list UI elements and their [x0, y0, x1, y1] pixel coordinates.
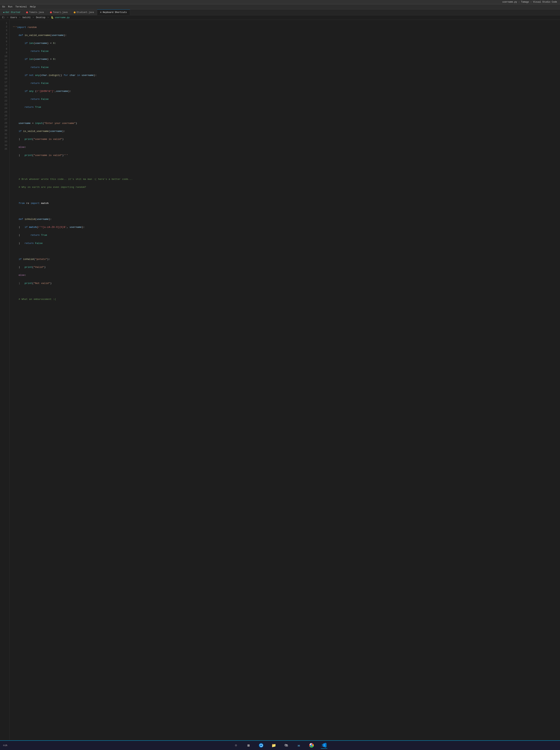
- taskbar-edge[interactable]: [258, 742, 264, 749]
- code-line-5: if len(username) > 6:: [13, 57, 560, 61]
- code-line-1: '''import random: [13, 25, 560, 29]
- code-line-20: # Bruh whoever wrote this code.. it's sh…: [13, 177, 560, 181]
- breadcrumb: C: > Users > batch1 > Desktop > 🐍 userna…: [0, 15, 560, 20]
- menu-bar: Go Run Terminal Help: [0, 4, 560, 9]
- code-line-21: # Why on earth are you even importing ra…: [13, 185, 560, 189]
- code-line-23: from re import match: [13, 201, 560, 205]
- code-line-17: | print("username is valid")''': [13, 153, 560, 157]
- error-dot-etudiant: [74, 12, 76, 13]
- code-line-4: return False: [13, 49, 560, 53]
- breadcrumb-c: C:: [2, 16, 5, 19]
- code-line-32: else:: [13, 273, 560, 277]
- code-line-8: return False: [13, 81, 560, 85]
- search-label: rch: [3, 744, 7, 747]
- menu-help[interactable]: Help: [30, 5, 36, 8]
- line-numbers: 12345 678910 1112131415 1617181920 21222…: [0, 20, 9, 741]
- search-area: rch: [3, 744, 7, 747]
- code-line-3: if len(username) < 6:: [13, 41, 560, 45]
- tab-get-started[interactable]: ◀ Get Started: [0, 9, 23, 15]
- code-line-18: [13, 161, 560, 165]
- breadcrumb-file: 🐍 username.py: [51, 16, 69, 19]
- code-line-26: | if match(r'^[a-zA-Z0-9]{6}$', username…: [13, 225, 560, 229]
- code-line-11: return True: [13, 105, 560, 109]
- breadcrumb-desktop: Desktop: [36, 16, 45, 19]
- code-line-7: if not any(char.isdigit() for char in us…: [13, 73, 560, 77]
- error-dot-tomato: [26, 12, 28, 13]
- taskbar: rch ○ ⊞ 📁 🛍 ✉: [0, 741, 560, 750]
- taskbar-store[interactable]: 🛍: [283, 742, 289, 749]
- tab-tonari-java[interactable]: Tonari.java: [47, 9, 71, 15]
- code-line-19: [13, 169, 560, 173]
- menu-terminal[interactable]: Terminal: [15, 5, 27, 8]
- code-line-6: return False: [13, 65, 560, 70]
- taskbar-taskview[interactable]: ⊞: [245, 742, 252, 749]
- code-line-33: | print("Not valid"): [13, 281, 560, 285]
- editor[interactable]: 12345 678910 1112131415 1617181920 21222…: [0, 20, 560, 741]
- code-line-16: else:: [13, 145, 560, 149]
- code-line-34: [13, 289, 560, 293]
- breadcrumb-batch1: batch1: [23, 16, 31, 19]
- tab-bar: ◀ Get Started Tomato.java Tonari.java Et…: [0, 9, 560, 15]
- taskbar-search[interactable]: ○: [233, 742, 239, 749]
- taskbar-chrome[interactable]: [308, 742, 315, 749]
- code-line-13: username = input("Enter your username"): [13, 121, 560, 125]
- tab-label-etudiant: Etudiant.java: [77, 11, 94, 14]
- taskbar-mail[interactable]: ✉: [296, 742, 302, 749]
- code-line-30: if isValid("potato"):: [13, 257, 560, 261]
- code-line-24: [13, 209, 560, 213]
- code-editor[interactable]: '''import random def is_valid_username(u…: [9, 20, 560, 741]
- svg-point-3: [311, 745, 312, 746]
- tab-keyboard-shortcuts[interactable]: ≡ Keyboard Shortcuts: [97, 9, 130, 15]
- code-line-14: if is_valid_username(username):: [13, 129, 560, 133]
- tab-label-get-started: Get Started: [5, 11, 20, 14]
- code-line-25: def isValid(username):: [13, 217, 560, 221]
- code-line-10: return False: [13, 97, 560, 101]
- taskbar-vscode[interactable]: [321, 742, 327, 749]
- taskbar-explorer[interactable]: 📁: [271, 742, 277, 749]
- get-started-icon: ◀: [3, 11, 4, 14]
- code-line-22: [13, 193, 560, 197]
- code-line-28: | return False: [13, 241, 560, 245]
- title-bar: username.py - Tamago - Visual Studio Cod…: [0, 0, 560, 4]
- code-line-15: | print("username is valid"): [13, 137, 560, 141]
- error-dot-tonari: [50, 12, 52, 13]
- code-line-12: [13, 113, 560, 117]
- code-line-29: [13, 249, 560, 253]
- code-line-31: | print("Valid"): [13, 265, 560, 269]
- tab-etudiant-java[interactable]: Etudiant.java: [71, 9, 97, 15]
- window-title: username.py - Tamago - Visual Studio Cod…: [502, 1, 557, 3]
- code-line-27: | return True: [13, 233, 560, 237]
- tab-tomato-java[interactable]: Tomato.java: [23, 9, 47, 15]
- breadcrumb-users: Users: [11, 16, 17, 19]
- code-line-35: # What an embarassment :(: [13, 297, 560, 301]
- tab-label-keyboard: ≡ Keyboard Shortcuts: [100, 11, 127, 14]
- menu-go[interactable]: Go: [2, 5, 5, 8]
- code-line-9: if any (r'[@#$%^&*]',username):: [13, 89, 560, 93]
- code-line-2: def is_valid_username(username):: [13, 33, 560, 37]
- tab-label-tonari: Tonari.java: [53, 11, 67, 14]
- tab-label-tomato: Tomato.java: [29, 11, 44, 14]
- menu-run[interactable]: Run: [8, 5, 13, 8]
